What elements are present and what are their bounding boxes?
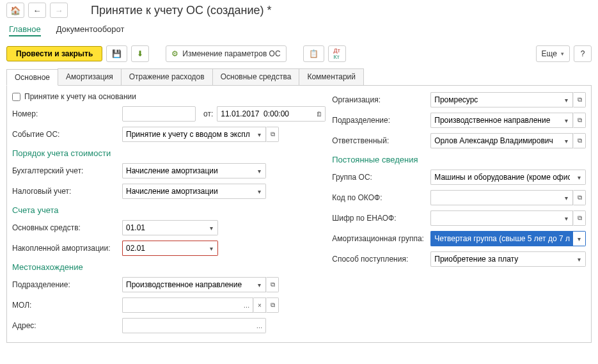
forward-button: →: [50, 3, 68, 18]
home-button[interactable]: 🏠: [6, 3, 24, 18]
address-label: Адрес:: [12, 321, 120, 330]
page-title: Принятие к учету ОС (создание) *: [91, 4, 272, 17]
toolbar: Провести и закрыть 💾 ⬇ ⚙ Изменение парам…: [0, 43, 598, 68]
chevron-down-icon[interactable]: ▾: [205, 241, 218, 256]
help-label: ?: [581, 49, 585, 58]
tab-main-top[interactable]: Главное: [9, 24, 41, 36]
group-input[interactable]: [430, 170, 573, 185]
on-basis-label: Принятие к учету на основании: [24, 92, 136, 101]
division-input[interactable]: [122, 277, 253, 292]
enaof-combo: ▾ ⧉: [430, 210, 586, 226]
open-icon[interactable]: ⧉: [266, 297, 279, 313]
okof-input[interactable]: [430, 190, 560, 205]
ellipsis-icon[interactable]: …: [240, 297, 253, 313]
change-params-label: Изменение параметров ОС: [182, 49, 280, 58]
mol-input[interactable]: [122, 297, 240, 313]
div-right-input[interactable]: [430, 113, 560, 128]
acc-fixed-combo: ▾: [122, 220, 218, 235]
okof-label: Код по ОКОФ:: [332, 193, 428, 202]
enaof-label: Шифр по ЕНАОФ:: [332, 214, 428, 223]
calendar-icon[interactable]: 🗓: [313, 106, 326, 122]
open-icon[interactable]: ⧉: [573, 113, 586, 128]
back-button[interactable]: ←: [28, 3, 46, 18]
post-icon: ⬇: [137, 49, 143, 58]
post-and-close-button[interactable]: Провести и закрыть: [6, 46, 102, 61]
chevron-down-icon[interactable]: ▾: [560, 92, 573, 107]
save-icon: 💾: [112, 49, 122, 58]
chevron-down-icon[interactable]: ▾: [205, 220, 218, 235]
address-combo: …: [122, 318, 266, 333]
save-button[interactable]: 💾: [106, 45, 127, 62]
report-icon: 📋: [309, 49, 319, 58]
date-input[interactable]: [217, 106, 313, 122]
tax-input[interactable]: [122, 184, 253, 199]
tab-main[interactable]: Основное: [6, 69, 58, 86]
div-right-label: Подразделение:: [332, 116, 428, 125]
number-input[interactable]: [122, 106, 196, 122]
resp-label: Ответственный:: [332, 136, 428, 145]
more-button[interactable]: Еще ▾: [536, 45, 570, 62]
chevron-down-icon[interactable]: ▾: [573, 231, 586, 246]
open-icon[interactable]: ⧉: [573, 190, 586, 205]
amort-group-input[interactable]: [430, 231, 573, 246]
form-body: Принятие к учету на основании Номер: от:…: [6, 86, 592, 343]
chevron-down-icon[interactable]: ▾: [253, 163, 266, 178]
tab-comment[interactable]: Комментарий: [299, 68, 364, 85]
division-label: Подразделение:: [12, 280, 120, 289]
location-header: Местонахождение: [12, 261, 326, 272]
acc-fixed-input[interactable]: [122, 220, 205, 235]
receipt-input[interactable]: [430, 251, 573, 267]
org-label: Организация:: [332, 95, 428, 104]
buh-input[interactable]: [122, 163, 253, 178]
cost-header: Порядок учета стоимости: [12, 147, 326, 158]
open-icon[interactable]: ⧉: [266, 277, 279, 292]
acc-depr-label: Накопленной амортизации:: [12, 244, 120, 253]
tab-fixed-assets[interactable]: Основные средства: [212, 68, 300, 85]
ellipsis-icon[interactable]: …: [253, 318, 266, 333]
on-basis-checkbox[interactable]: [12, 93, 20, 101]
tab-amortization[interactable]: Амортизация: [58, 68, 122, 85]
report-button[interactable]: 📋: [303, 45, 324, 62]
tax-combo: ▾: [122, 184, 266, 199]
tax-label: Налоговый учет:: [12, 187, 120, 196]
clear-icon[interactable]: ×: [253, 297, 266, 313]
tab-docflow-top[interactable]: Документооборот: [56, 24, 125, 36]
chevron-down-icon[interactable]: ▾: [253, 127, 266, 142]
chevron-down-icon[interactable]: ▾: [573, 251, 586, 267]
org-combo: ▾ ⧉: [430, 92, 586, 107]
left-column: Принятие к учету на основании Номер: от:…: [12, 92, 326, 333]
open-icon[interactable]: ⧉: [573, 133, 586, 148]
open-icon[interactable]: ⧉: [573, 92, 586, 107]
chevron-down-icon[interactable]: ▾: [573, 170, 586, 185]
number-label: Номер:: [12, 109, 120, 118]
org-input[interactable]: [430, 92, 560, 107]
resp-input[interactable]: [430, 133, 560, 148]
chevron-down-icon[interactable]: ▾: [253, 277, 266, 292]
enaof-input[interactable]: [430, 210, 560, 226]
dtkt-button[interactable]: ДтКт: [328, 45, 346, 62]
tab-expenses[interactable]: Отражение расходов: [121, 68, 213, 85]
mol-label: МОЛ:: [12, 301, 120, 310]
acc-depr-input[interactable]: [122, 241, 205, 256]
chevron-down-icon[interactable]: ▾: [560, 113, 573, 128]
chevron-down-icon[interactable]: ▾: [253, 184, 266, 199]
mol-combo: … × ⧉: [122, 297, 279, 313]
address-input[interactable]: [122, 318, 253, 333]
chevron-down-icon[interactable]: ▾: [560, 133, 573, 148]
post-button[interactable]: ⬇: [131, 45, 149, 62]
on-basis-checkbox-group[interactable]: Принятие к учету на основании: [12, 92, 326, 101]
amort-group-label: Амортизационная группа:: [332, 234, 428, 243]
const-header: Постоянные сведения: [332, 154, 586, 164]
change-params-button[interactable]: ⚙ Изменение параметров ОС: [166, 45, 286, 62]
chevron-down-icon[interactable]: ▾: [560, 210, 573, 226]
okof-combo: ▾ ⧉: [430, 190, 586, 205]
div-right-combo: ▾ ⧉: [430, 113, 586, 128]
chevron-down-icon[interactable]: ▾: [560, 190, 573, 205]
event-input[interactable]: [122, 127, 253, 142]
help-button[interactable]: ?: [574, 45, 592, 62]
form-area: Основное Амортизация Отражение расходов …: [6, 68, 592, 343]
open-icon[interactable]: ⧉: [266, 127, 279, 142]
open-icon[interactable]: ⧉: [573, 210, 586, 226]
gear-icon: ⚙: [171, 49, 178, 58]
from-label: от:: [203, 109, 213, 118]
